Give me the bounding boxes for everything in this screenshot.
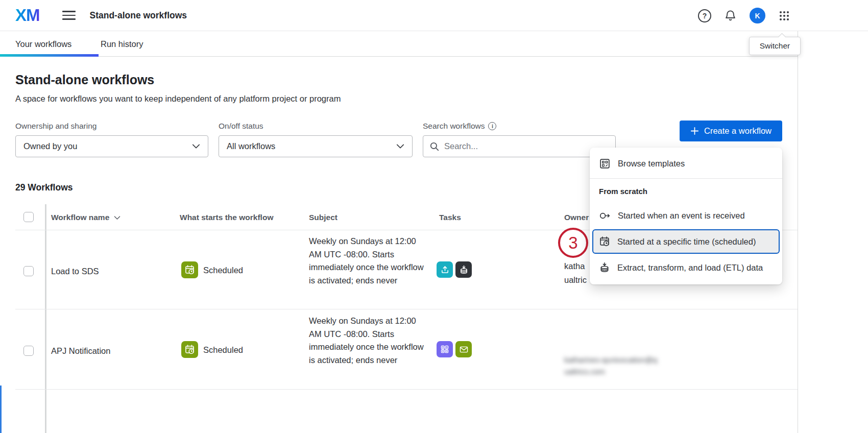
- event-received-icon: [599, 210, 611, 221]
- column-header-subject: Subject: [309, 213, 337, 222]
- create-workflow-menu: Browse templates From scratch Started wh…: [590, 148, 782, 284]
- status-filter-label: On/off status: [219, 122, 263, 131]
- notifications-bell-icon[interactable]: [724, 9, 737, 22]
- status-filter-select[interactable]: All workflows: [219, 135, 413, 157]
- status-filter-value: All workflows: [227, 141, 275, 151]
- workflow-count-heading: 29 Workflows: [15, 182, 73, 193]
- subject-text: Weekly on Sundays at 12:00 AM UTC -08:00…: [309, 315, 428, 367]
- search-workflows-label: Search workflows i: [423, 122, 496, 131]
- sort-chevron-icon[interactable]: [114, 215, 120, 220]
- ownership-filter-label: Ownership and sharing: [15, 122, 97, 131]
- workflow-name[interactable]: Load to SDS: [51, 267, 99, 276]
- annotation-step-badge: 3: [558, 228, 588, 258]
- tab-bar: Your workflows Run history: [0, 31, 798, 57]
- trigger-label: Scheduled: [203, 266, 243, 275]
- upload-task-icon[interactable]: [437, 261, 453, 278]
- row-checkbox[interactable]: [23, 346, 34, 356]
- email-task-icon[interactable]: [455, 341, 472, 357]
- ownership-filter-select[interactable]: Owned by you: [15, 135, 208, 157]
- column-header-tasks: Tasks: [439, 213, 461, 222]
- ownership-filter-value: Owned by you: [23, 141, 77, 151]
- owner-email: katha ualtric: [564, 259, 587, 287]
- page-subtitle: A space for workflows you want to keep i…: [15, 94, 341, 104]
- topbar-title: Stand-alone workflows: [90, 10, 187, 21]
- app-switcher-icon[interactable]: [778, 10, 790, 22]
- select-all-checkbox[interactable]: [23, 212, 34, 222]
- scheduled-icon: [599, 236, 610, 247]
- topbar-actions: ? K: [698, 0, 790, 31]
- row-divider: [15, 389, 798, 390]
- menu-divider: [590, 178, 782, 179]
- tab-your-workflows[interactable]: Your workflows: [15, 31, 71, 57]
- page-title: Stand-alone workflows: [15, 73, 154, 87]
- info-icon[interactable]: i: [488, 122, 496, 130]
- browse-templates-icon: [599, 158, 611, 170]
- row-checkbox[interactable]: [23, 266, 34, 276]
- top-bar: XM Stand-alone workflows ? K: [0, 0, 868, 31]
- scheduled-icon: [181, 261, 198, 278]
- app-right-border: [798, 31, 798, 433]
- menu-item-browse-templates[interactable]: Browse templates: [590, 151, 782, 176]
- chevron-down-icon: [396, 143, 404, 149]
- trigger-label: Scheduled: [203, 345, 243, 355]
- row-divider: [15, 309, 798, 309]
- column-header-owner: Owner: [564, 213, 589, 222]
- table-accent-line: [45, 204, 46, 433]
- search-icon: [429, 141, 440, 152]
- column-header-trigger: What starts the workflow: [180, 213, 273, 222]
- create-workflow-button[interactable]: Create a workflow: [680, 121, 782, 141]
- xm-logo[interactable]: XM: [15, 6, 40, 25]
- workflow-name[interactable]: APJ Notification: [51, 346, 110, 356]
- help-icon[interactable]: ?: [698, 9, 711, 22]
- switcher-tooltip: Switcher: [749, 37, 801, 55]
- menu-section-from-scratch: From scratch: [590, 182, 782, 203]
- menu-item-scheduled[interactable]: Started at a specific time (scheduled): [592, 229, 780, 254]
- scheduled-icon: [181, 341, 198, 358]
- tab-run-history[interactable]: Run history: [101, 31, 143, 57]
- etl-icon: [599, 262, 610, 273]
- extract-data-task-icon[interactable]: [455, 261, 472, 278]
- left-edge-scroll-indicator: [0, 386, 2, 433]
- user-avatar[interactable]: K: [750, 8, 765, 23]
- calculate-task-icon[interactable]: [437, 341, 453, 357]
- active-tab-underline: [0, 54, 99, 57]
- stand-alone-workflows-page: XM Stand-alone workflows ? K Your workfl…: [0, 0, 868, 433]
- subject-text: Weekly on Sundays at 12:00 AM UTC -08:00…: [309, 235, 428, 287]
- owner-email-blurred: katharines-qunivocation@q ualtrics.com: [564, 354, 657, 377]
- chevron-down-icon: [192, 143, 200, 149]
- plus-icon: [690, 127, 699, 135]
- column-header-name[interactable]: Workflow name: [51, 213, 120, 222]
- search-workflows-box: [423, 135, 616, 157]
- menu-item-event-received[interactable]: Started when an event is received: [590, 203, 782, 228]
- hamburger-menu-icon[interactable]: [62, 11, 76, 20]
- menu-item-etl[interactable]: Extract, transform, and load (ETL) data: [590, 255, 782, 280]
- search-input[interactable]: [444, 141, 609, 151]
